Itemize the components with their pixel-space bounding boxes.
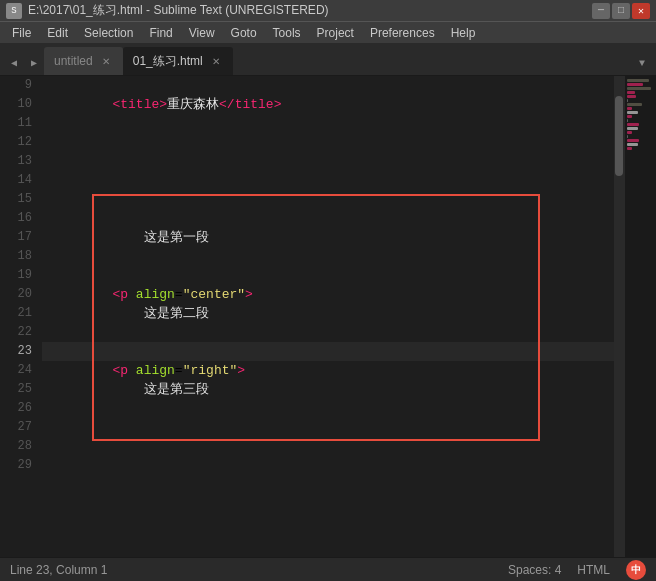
menu-goto[interactable]: Goto (223, 22, 265, 44)
menu-selection[interactable]: Selection (76, 22, 141, 44)
code-line-14[interactable] (42, 171, 614, 190)
code-line-18[interactable] (42, 247, 614, 266)
minimap-line (627, 119, 628, 122)
line-number-21: 21 (0, 304, 42, 323)
minimap-line (627, 91, 635, 94)
line-number-28: 28 (0, 437, 42, 456)
tab-untitled-close[interactable]: ✕ (99, 54, 113, 68)
tab-bar: ◀ ▶ untitled ✕ 01_练习.html ✕ ▼ (0, 44, 656, 76)
code-line-24[interactable]: <p align="right"> (42, 361, 614, 380)
code-line-28[interactable] (42, 437, 614, 456)
code-line-25[interactable]: 这是第三段 (42, 380, 614, 399)
code-line-23[interactable] (42, 342, 614, 361)
line-number-15: 15 (0, 190, 42, 209)
line-number-9: 9 (0, 76, 42, 95)
tab-untitled-label: untitled (54, 54, 93, 68)
code-line-26[interactable] (42, 399, 614, 418)
menu-view[interactable]: View (181, 22, 223, 44)
minimap-line (627, 107, 632, 110)
minimap (624, 76, 656, 557)
line-number-24: 24 (0, 361, 42, 380)
maximize-button[interactable]: □ (612, 3, 630, 19)
minimap-line (627, 131, 632, 134)
minimap-line (627, 83, 643, 86)
line-gutter: 9101112131415161718192021222324252627282… (0, 76, 42, 557)
minimap-line (627, 111, 638, 114)
minimap-line (627, 127, 638, 130)
code-line-12[interactable] (42, 133, 614, 152)
tab-html-close[interactable]: ✕ (209, 54, 223, 68)
minimap-line (627, 99, 628, 102)
line-number-17: 17 (0, 228, 42, 247)
minimap-line (627, 143, 638, 146)
code-line-19[interactable] (42, 266, 614, 285)
title-bar: S E:\2017\01_练习.html - Sublime Text (UNR… (0, 0, 656, 22)
status-bar: Line 23, Column 1 Spaces: 4 HTML 中 (0, 557, 656, 581)
title-bar-left: S E:\2017\01_练习.html - Sublime Text (UNR… (6, 2, 329, 19)
code-line-9[interactable] (42, 76, 614, 95)
spaces-info: Spaces: 4 (508, 563, 561, 577)
sublime-logo: 中 (626, 560, 646, 580)
minimize-button[interactable]: ─ (592, 3, 610, 19)
cursor-position: Line 23, Column 1 (10, 563, 107, 577)
line-number-20: 20 (0, 285, 42, 304)
line-number-26: 26 (0, 399, 42, 418)
line-number-22: 22 (0, 323, 42, 342)
line-number-23: 23 (0, 342, 42, 361)
code-line-17[interactable]: 这是第一段 (42, 228, 614, 247)
tab-prev-button[interactable]: ◀ (4, 51, 24, 75)
line-number-19: 19 (0, 266, 42, 285)
menu-bar: File Edit Selection Find View Goto Tools… (0, 22, 656, 44)
code-area[interactable]: <title>重庆森林</title> 这是第一段 <p align="cent… (42, 76, 614, 557)
line-number-10: 10 (0, 95, 42, 114)
code-line-21[interactable]: 这是第二段 (42, 304, 614, 323)
menu-find[interactable]: Find (141, 22, 180, 44)
code-line-10[interactable]: <title>重庆森林</title> (42, 95, 614, 114)
menu-preferences[interactable]: Preferences (362, 22, 443, 44)
editor-body[interactable]: <title>重庆森林</title> 这是第一段 <p align="cent… (42, 76, 614, 557)
line-number-11: 11 (0, 114, 42, 133)
status-right: Spaces: 4 HTML 中 (508, 560, 646, 580)
window-title: E:\2017\01_练习.html - Sublime Text (UNREG… (28, 2, 329, 19)
line-number-27: 27 (0, 418, 42, 437)
minimap-line (627, 139, 639, 142)
close-button[interactable]: ✕ (632, 3, 650, 19)
line-number-12: 12 (0, 133, 42, 152)
app-icon: S (6, 3, 22, 19)
code-line-11[interactable] (42, 114, 614, 133)
scrollbar-thumb[interactable] (615, 96, 623, 176)
menu-edit[interactable]: Edit (39, 22, 76, 44)
minimap-line (627, 95, 636, 98)
file-encoding: HTML (577, 563, 610, 577)
line-number-16: 16 (0, 209, 42, 228)
code-line-22[interactable] (42, 323, 614, 342)
minimap-line (627, 135, 628, 138)
line-number-25: 25 (0, 380, 42, 399)
minimap-line (627, 103, 642, 106)
menu-tools[interactable]: Tools (265, 22, 309, 44)
minimap-content (625, 76, 656, 153)
line-number-13: 13 (0, 152, 42, 171)
tab-html-file[interactable]: 01_练习.html ✕ (123, 47, 233, 75)
code-line-29[interactable] (42, 456, 614, 475)
code-line-13[interactable] (42, 152, 614, 171)
line-number-29: 29 (0, 456, 42, 475)
scrollbar[interactable] (614, 76, 624, 557)
tab-dropdown-button[interactable]: ▼ (632, 51, 652, 75)
tab-untitled[interactable]: untitled ✕ (44, 47, 123, 75)
code-line-20[interactable]: <p align="center"> (42, 285, 614, 304)
minimap-line (627, 147, 632, 150)
minimap-line (627, 115, 632, 118)
menu-file[interactable]: File (4, 22, 39, 44)
minimap-line (627, 79, 649, 82)
tab-html-label: 01_练习.html (133, 53, 203, 70)
tab-next-button[interactable]: ▶ (24, 51, 44, 75)
code-line-16[interactable] (42, 209, 614, 228)
window-controls[interactable]: ─ □ ✕ (592, 3, 650, 19)
line-number-14: 14 (0, 171, 42, 190)
code-line-27[interactable] (42, 418, 614, 437)
menu-help[interactable]: Help (443, 22, 484, 44)
menu-project[interactable]: Project (309, 22, 362, 44)
code-line-15[interactable] (42, 190, 614, 209)
minimap-line (627, 123, 639, 126)
